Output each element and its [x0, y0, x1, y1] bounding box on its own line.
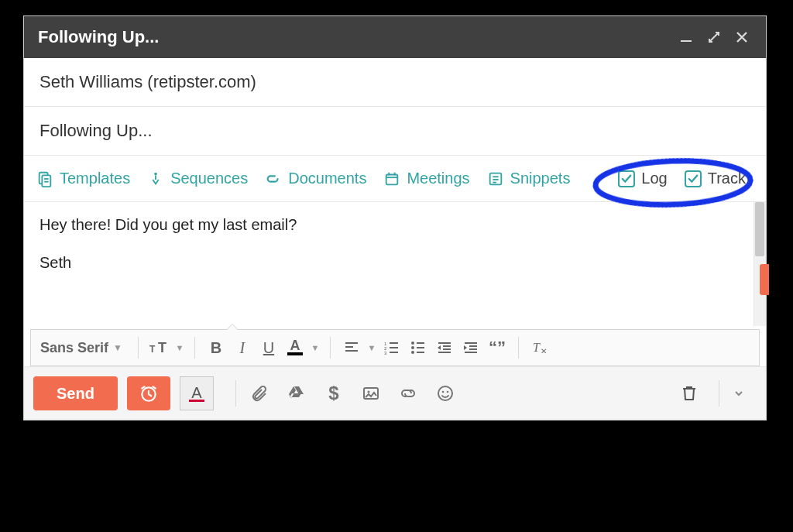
check-icon: [621, 173, 632, 184]
minimize-button[interactable]: [676, 27, 696, 47]
titlebar: Following Up...: [24, 16, 766, 58]
window-title: Following Up...: [38, 27, 159, 47]
text-color-button[interactable]: A: [282, 340, 308, 355]
insert-drive-button[interactable]: [281, 378, 312, 409]
bullet-list-button[interactable]: [405, 336, 431, 359]
log-checkbox[interactable]: [618, 170, 635, 187]
schedule-send-button[interactable]: [127, 376, 170, 410]
separator: [719, 380, 719, 407]
close-button[interactable]: [732, 27, 752, 47]
svg-text:T: T: [149, 344, 156, 355]
subject-field[interactable]: Following Up...: [24, 107, 766, 156]
image-icon: [362, 384, 380, 403]
align-button[interactable]: [338, 336, 365, 359]
svg-point-48: [447, 391, 449, 393]
attach-file-button[interactable]: [244, 378, 275, 409]
templates-icon: [36, 170, 53, 187]
subject-value: Following Up...: [39, 121, 153, 140]
numbered-list-icon: 123: [384, 341, 400, 355]
minimize-icon: [679, 30, 693, 44]
expand-icon: [707, 30, 721, 44]
align-dropdown[interactable]: ▼: [365, 343, 379, 352]
templates-label: Templates: [60, 170, 130, 187]
sequences-icon: [147, 170, 164, 187]
body-line: Seth: [39, 254, 750, 272]
svg-text:✕: ✕: [541, 347, 547, 355]
send-button[interactable]: Send: [33, 376, 118, 410]
sequences-label: Sequences: [170, 170, 248, 187]
meetings-icon: [383, 170, 400, 187]
hubspot-tracking-group: Log Track: [610, 166, 754, 190]
insert-photo-button[interactable]: [355, 378, 386, 409]
snippets-button[interactable]: Snippets: [487, 170, 571, 187]
font-family-dropdown[interactable]: Sans Serif ▼: [40, 340, 122, 356]
svg-point-28: [411, 346, 414, 349]
remove-formatting-button[interactable]: T✕: [527, 336, 553, 359]
close-icon: [735, 30, 749, 44]
documents-label: Documents: [288, 170, 366, 187]
check-icon: [688, 173, 699, 184]
italic-button[interactable]: I: [229, 336, 256, 359]
insert-emoji-button[interactable]: [430, 378, 461, 409]
trash-icon: [681, 384, 698, 403]
formatting-toolbar: Sans Serif ▼ TT ▼ B I U A ▼ ▼ 123: [30, 329, 760, 366]
documents-button[interactable]: Documents: [265, 170, 366, 187]
separator: [138, 337, 139, 359]
svg-point-45: [367, 391, 369, 393]
bullet-list-icon: [410, 341, 426, 355]
link-icon: [398, 384, 418, 403]
meetings-label: Meetings: [407, 170, 469, 187]
templates-button[interactable]: Templates: [36, 170, 130, 187]
chevron-down-icon: [734, 389, 743, 398]
font-size-button[interactable]: TT: [146, 336, 173, 359]
separator: [194, 337, 195, 359]
numbered-list-button[interactable]: 123: [379, 336, 405, 359]
font-size-dropdown[interactable]: ▼: [173, 343, 187, 352]
text-format-icon: A: [191, 386, 201, 400]
svg-text:T: T: [158, 340, 166, 355]
indent-more-button[interactable]: [458, 336, 484, 359]
insert-money-button[interactable]: $: [318, 378, 349, 409]
indent-more-icon: [463, 341, 479, 355]
indent-less-icon: [437, 341, 452, 355]
underline-button[interactable]: U: [256, 336, 282, 359]
formatting-toggle-button[interactable]: A: [180, 376, 214, 410]
font-family-value: Sans Serif: [40, 340, 108, 356]
action-bar: Send A $: [24, 366, 766, 420]
svg-point-29: [411, 351, 414, 354]
track-checkbox[interactable]: [685, 170, 702, 187]
compose-body[interactable]: Hey there! Did you get my last email? Se…: [24, 202, 766, 326]
body-scrollbar[interactable]: [754, 202, 766, 326]
recipient-field[interactable]: Seth Williams (retipster.com): [24, 58, 766, 107]
expand-button[interactable]: [704, 27, 724, 47]
drive-icon: [287, 384, 306, 403]
remove-formatting-icon: T✕: [531, 340, 548, 355]
svg-point-46: [438, 386, 452, 400]
text-color-dropdown[interactable]: ▼: [308, 343, 322, 352]
indent-less-button[interactable]: [431, 336, 458, 359]
font-size-icon: TT: [149, 340, 170, 355]
svg-rect-0: [681, 40, 692, 42]
svg-point-27: [411, 342, 414, 345]
svg-point-5: [154, 172, 157, 175]
more-options-button[interactable]: [727, 378, 750, 409]
track-label: Track: [708, 170, 746, 187]
svg-text:3: 3: [384, 351, 387, 355]
separator: [330, 337, 331, 359]
separator: [235, 380, 236, 407]
bold-button[interactable]: B: [203, 336, 229, 359]
separator: [518, 337, 519, 359]
quote-button[interactable]: “”: [484, 336, 510, 359]
recipient-value: Seth Williams (retipster.com): [39, 72, 256, 91]
log-label: Log: [641, 170, 667, 187]
sequences-button[interactable]: Sequences: [147, 170, 248, 187]
svg-point-47: [442, 391, 445, 393]
scroll-thumb[interactable]: [755, 202, 764, 256]
scroll-marker: [760, 264, 769, 295]
documents-icon: [265, 170, 282, 187]
meetings-button[interactable]: Meetings: [383, 170, 469, 187]
align-left-icon: [344, 341, 359, 355]
hubspot-toolbar: Templates Sequences Documents Meetings S…: [24, 156, 766, 202]
insert-link-button[interactable]: [393, 378, 424, 409]
discard-draft-button[interactable]: [674, 378, 705, 409]
